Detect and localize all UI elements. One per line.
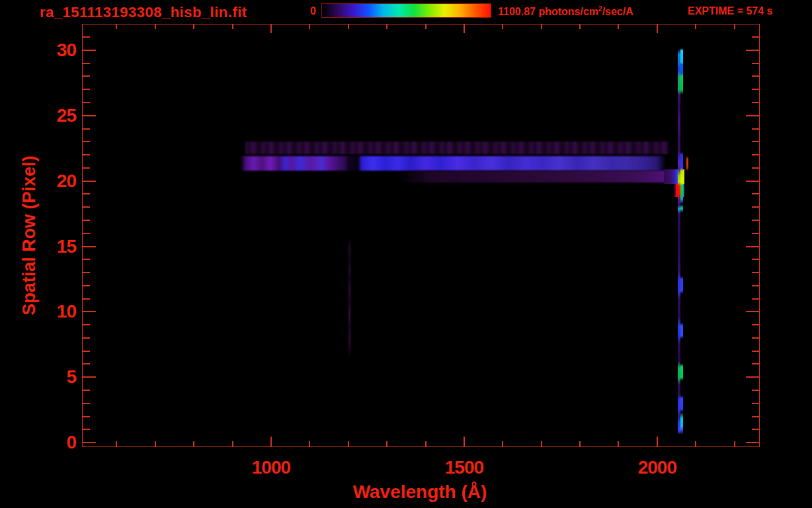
y-major-tick	[83, 311, 96, 312]
y-minor-tick	[83, 193, 90, 194]
x-minor-tick	[541, 441, 542, 446]
y-major-tick	[83, 246, 96, 247]
y-minor-tick	[752, 206, 759, 208]
y-minor-tick	[83, 337, 90, 339]
axis-ticks-layer: 100015002000051015202530	[83, 24, 759, 446]
y-minor-tick	[752, 193, 759, 194]
y-major-tick	[83, 50, 96, 51]
y-major-tick	[746, 246, 759, 247]
y-minor-tick	[83, 128, 90, 130]
y-minor-tick	[83, 167, 90, 169]
y-minor-tick	[83, 324, 90, 325]
x-minor-tick	[193, 441, 194, 446]
y-major-tick	[83, 115, 96, 116]
x-minor-tick	[155, 441, 156, 446]
x-minor-tick	[695, 441, 696, 446]
y-tick-label: 25	[35, 105, 76, 126]
y-minor-tick	[83, 75, 90, 77]
y-minor-tick	[83, 416, 90, 417]
x-minor-tick	[502, 24, 503, 29]
y-minor-tick	[752, 403, 759, 404]
y-minor-tick	[83, 429, 90, 430]
y-minor-tick	[752, 36, 759, 38]
y-major-tick	[746, 115, 759, 116]
y-axis-title: Spatial Row (Pixel)	[19, 155, 40, 316]
x-tick-label: 1500	[418, 457, 510, 478]
y-tick-label: 15	[35, 236, 76, 257]
x-minor-tick	[348, 441, 349, 446]
y-major-tick	[83, 376, 96, 378]
x-major-tick	[270, 24, 272, 33]
x-major-tick	[657, 24, 658, 33]
y-tick-label: 0	[35, 432, 76, 453]
x-minor-tick	[116, 441, 117, 446]
y-minor-tick	[752, 154, 759, 155]
y-minor-tick	[83, 141, 90, 142]
x-tick-label: 1000	[225, 457, 317, 478]
y-minor-tick	[83, 89, 90, 90]
x-minor-tick	[386, 24, 387, 29]
exptime-label: EXPTIME = 574 s	[688, 5, 773, 17]
x-minor-tick	[116, 24, 117, 29]
y-major-tick	[746, 181, 759, 182]
x-minor-tick	[695, 24, 696, 29]
plot-area: 100015002000051015202530	[82, 24, 760, 447]
x-minor-tick	[579, 441, 581, 446]
y-minor-tick	[752, 89, 759, 90]
colorbar-max-units: /sec/A	[602, 6, 633, 17]
y-minor-tick	[752, 75, 759, 77]
x-major-tick	[657, 437, 658, 446]
spectral-image-viewer: ra_151113193308_hisb_lin.fit 0 1100.87 p…	[0, 0, 812, 508]
y-minor-tick	[752, 363, 759, 364]
x-major-tick	[464, 437, 465, 446]
y-minor-tick	[83, 233, 90, 234]
y-minor-tick	[83, 351, 90, 352]
y-tick-label: 5	[35, 366, 76, 388]
y-tick-label: 10	[35, 301, 76, 322]
y-minor-tick	[83, 220, 90, 221]
x-major-tick	[464, 24, 465, 33]
x-minor-tick	[425, 24, 426, 29]
x-tick-label: 2000	[611, 457, 704, 478]
y-minor-tick	[752, 128, 759, 130]
colorbar-min-label: 0	[290, 5, 316, 17]
x-major-tick	[270, 437, 272, 446]
x-minor-tick	[348, 24, 349, 29]
y-tick-label: 20	[35, 171, 76, 192]
x-minor-tick	[734, 24, 735, 29]
y-major-tick	[746, 311, 759, 312]
y-minor-tick	[752, 298, 759, 300]
y-minor-tick	[83, 102, 90, 103]
y-minor-tick	[83, 259, 90, 260]
y-minor-tick	[752, 324, 759, 325]
y-minor-tick	[83, 363, 90, 364]
y-minor-tick	[83, 206, 90, 208]
y-minor-tick	[83, 272, 90, 273]
x-minor-tick	[579, 24, 581, 29]
y-minor-tick	[83, 36, 90, 38]
y-minor-tick	[752, 220, 759, 221]
x-minor-tick	[386, 441, 387, 446]
x-minor-tick	[734, 441, 735, 446]
y-major-tick	[746, 442, 759, 443]
x-minor-tick	[193, 24, 194, 29]
y-minor-tick	[83, 298, 90, 300]
y-minor-tick	[83, 154, 90, 155]
y-tick-label: 30	[35, 40, 76, 61]
x-minor-tick	[618, 441, 619, 446]
x-minor-tick	[232, 441, 233, 446]
y-minor-tick	[83, 285, 90, 286]
colorbar-max-label: 1100.87 photons/cm2/sec/A	[498, 5, 633, 18]
x-minor-tick	[425, 441, 426, 446]
x-minor-tick	[232, 24, 233, 29]
y-minor-tick	[752, 272, 759, 273]
y-major-tick	[83, 442, 96, 443]
y-minor-tick	[752, 63, 759, 64]
y-minor-tick	[752, 429, 759, 430]
y-major-tick	[83, 181, 96, 182]
y-major-tick	[746, 376, 759, 378]
x-minor-tick	[541, 24, 542, 29]
colorbar	[321, 3, 491, 18]
colorbar-max-value: 1100.87 photons/cm	[498, 6, 598, 17]
y-minor-tick	[752, 141, 759, 142]
